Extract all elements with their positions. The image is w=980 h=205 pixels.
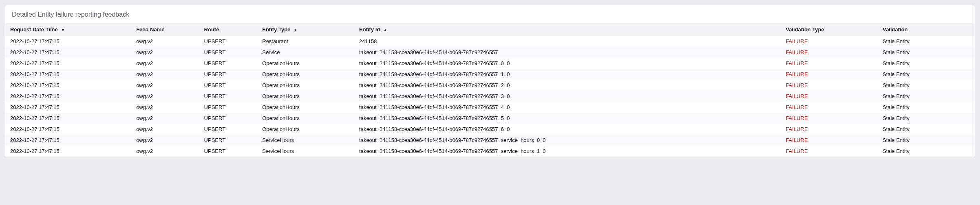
cell-entity-type: OperationHours <box>257 58 354 69</box>
cell-entity-id: takeout_241158-ccea30e6-44df-4514-b069-7… <box>354 102 781 113</box>
cell-feed-name: owg.v2 <box>131 36 199 47</box>
cell-entity-type: OperationHours <box>257 124 354 135</box>
col-header-feed-name[interactable]: Feed Name <box>131 23 199 36</box>
cell-route: UPSERT <box>199 58 258 69</box>
col-header-entity-id[interactable]: Entity Id ▲ <box>354 23 781 36</box>
table-row[interactable]: 2022-10-27 17:47:15owg.v2UPSERTOperation… <box>5 69 975 80</box>
cell-validation: Stale Entity <box>878 113 975 124</box>
cell-validation-type: FAILURE <box>781 80 878 91</box>
cell-validation-type: FAILURE <box>781 58 878 69</box>
col-header-label: Validation <box>883 26 907 33</box>
cell-validation-type: FAILURE <box>781 36 878 47</box>
table-body: 2022-10-27 17:47:15owg.v2UPSERTRestauran… <box>5 36 975 157</box>
cell-validation-type: FAILURE <box>781 102 878 113</box>
cell-request-date-time: 2022-10-27 17:47:15 <box>5 36 131 47</box>
cell-validation: Stale Entity <box>878 36 975 47</box>
col-header-label: Validation Type <box>786 26 824 33</box>
cell-feed-name: owg.v2 <box>131 146 199 157</box>
cell-validation-type: FAILURE <box>781 124 878 135</box>
cell-request-date-time: 2022-10-27 17:47:15 <box>5 113 131 124</box>
cell-validation: Stale Entity <box>878 91 975 102</box>
table-row[interactable]: 2022-10-27 17:47:15owg.v2UPSERTServiceta… <box>5 47 975 58</box>
table-row[interactable]: 2022-10-27 17:47:15owg.v2UPSERTOperation… <box>5 113 975 124</box>
col-header-validation-type[interactable]: Validation Type <box>781 23 878 36</box>
cell-entity-type: Restaurant <box>257 36 354 47</box>
table-row[interactable]: 2022-10-27 17:47:15owg.v2UPSERTOperation… <box>5 91 975 102</box>
cell-entity-type: OperationHours <box>257 113 354 124</box>
table-row[interactable]: 2022-10-27 17:47:15owg.v2UPSERTOperation… <box>5 102 975 113</box>
cell-validation-type: FAILURE <box>781 69 878 80</box>
cell-route: UPSERT <box>199 113 258 124</box>
cell-validation-type: FAILURE <box>781 91 878 102</box>
cell-entity-id: 241158 <box>354 36 781 47</box>
col-header-label: Entity Id <box>359 26 380 33</box>
cell-feed-name: owg.v2 <box>131 91 199 102</box>
sort-asc-icon: ▲ <box>383 28 387 32</box>
col-header-label: Route <box>204 26 219 33</box>
cell-validation-type: FAILURE <box>781 135 878 146</box>
sort-asc-icon: ▲ <box>294 28 298 32</box>
cell-request-date-time: 2022-10-27 17:47:15 <box>5 135 131 146</box>
cell-entity-type: Service <box>257 47 354 58</box>
table-header-row: Request Date Time ▼ Feed Name Route Enti… <box>5 23 975 36</box>
table-row[interactable]: 2022-10-27 17:47:15owg.v2UPSERTOperation… <box>5 58 975 69</box>
cell-feed-name: owg.v2 <box>131 135 199 146</box>
cell-validation: Stale Entity <box>878 80 975 91</box>
cell-request-date-time: 2022-10-27 17:47:15 <box>5 124 131 135</box>
col-header-label: Request Date Time <box>10 26 58 33</box>
cell-validation: Stale Entity <box>878 135 975 146</box>
cell-request-date-time: 2022-10-27 17:47:15 <box>5 91 131 102</box>
cell-validation: Stale Entity <box>878 69 975 80</box>
cell-route: UPSERT <box>199 102 258 113</box>
table-row[interactable]: 2022-10-27 17:47:15owg.v2UPSERTServiceHo… <box>5 146 975 157</box>
cell-entity-id: takeout_241158-ccea30e6-44df-4514-b069-7… <box>354 113 781 124</box>
cell-route: UPSERT <box>199 135 258 146</box>
cell-feed-name: owg.v2 <box>131 69 199 80</box>
cell-entity-id: takeout_241158-ccea30e6-44df-4514-b069-7… <box>354 58 781 69</box>
col-header-label: Feed Name <box>136 26 164 33</box>
cell-route: UPSERT <box>199 47 258 58</box>
table-row[interactable]: 2022-10-27 17:47:15owg.v2UPSERTRestauran… <box>5 36 975 47</box>
cell-entity-id: takeout_241158-ccea30e6-44df-4514-b069-7… <box>354 80 781 91</box>
cell-validation: Stale Entity <box>878 47 975 58</box>
cell-route: UPSERT <box>199 80 258 91</box>
sort-desc-icon: ▼ <box>61 28 65 32</box>
table-row[interactable]: 2022-10-27 17:47:15owg.v2UPSERTOperation… <box>5 124 975 135</box>
cell-validation: Stale Entity <box>878 124 975 135</box>
cell-validation: Stale Entity <box>878 146 975 157</box>
cell-route: UPSERT <box>199 146 258 157</box>
table-row[interactable]: 2022-10-27 17:47:15owg.v2UPSERTServiceHo… <box>5 135 975 146</box>
cell-entity-type: OperationHours <box>257 80 354 91</box>
cell-request-date-time: 2022-10-27 17:47:15 <box>5 80 131 91</box>
cell-feed-name: owg.v2 <box>131 47 199 58</box>
cell-entity-type: OperationHours <box>257 91 354 102</box>
col-header-route[interactable]: Route <box>199 23 258 36</box>
col-header-entity-type[interactable]: Entity Type ▲ <box>257 23 354 36</box>
cell-request-date-time: 2022-10-27 17:47:15 <box>5 58 131 69</box>
cell-entity-type: OperationHours <box>257 69 354 80</box>
cell-entity-id: takeout_241158-ccea30e6-44df-4514-b069-7… <box>354 69 781 80</box>
cell-request-date-time: 2022-10-27 17:47:15 <box>5 47 131 58</box>
table-row[interactable]: 2022-10-27 17:47:15owg.v2UPSERTOperation… <box>5 80 975 91</box>
cell-validation-type: FAILURE <box>781 47 878 58</box>
cell-entity-type: ServiceHours <box>257 146 354 157</box>
cell-entity-id: takeout_241158-ccea30e6-44df-4514-b069-7… <box>354 146 781 157</box>
col-header-request-date-time[interactable]: Request Date Time ▼ <box>5 23 131 36</box>
panel-detailed-entity-failure: Detailed Entity failure reporting feedba… <box>5 5 975 157</box>
cell-request-date-time: 2022-10-27 17:47:15 <box>5 69 131 80</box>
entity-failure-table: Request Date Time ▼ Feed Name Route Enti… <box>5 23 975 157</box>
cell-validation: Stale Entity <box>878 58 975 69</box>
panel-title: Detailed Entity failure reporting feedba… <box>5 5 975 23</box>
cell-feed-name: owg.v2 <box>131 113 199 124</box>
cell-route: UPSERT <box>199 69 258 80</box>
cell-feed-name: owg.v2 <box>131 58 199 69</box>
cell-request-date-time: 2022-10-27 17:47:15 <box>5 102 131 113</box>
col-header-validation[interactable]: Validation <box>878 23 975 36</box>
cell-entity-id: takeout_241158-ccea30e6-44df-4514-b069-7… <box>354 124 781 135</box>
cell-entity-id: takeout_241158-ccea30e6-44df-4514-b069-7… <box>354 135 781 146</box>
cell-validation-type: FAILURE <box>781 146 878 157</box>
cell-route: UPSERT <box>199 91 258 102</box>
col-header-label: Entity Type <box>262 26 290 33</box>
cell-entity-type: OperationHours <box>257 102 354 113</box>
cell-validation-type: FAILURE <box>781 113 878 124</box>
